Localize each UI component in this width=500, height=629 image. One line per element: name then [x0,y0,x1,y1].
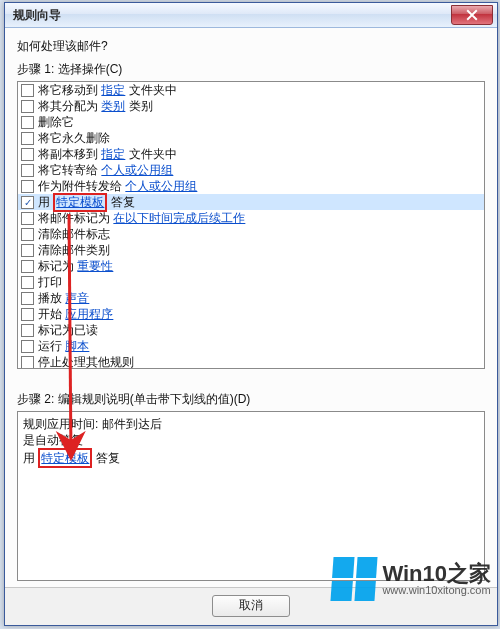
action-row-8[interactable]: 将邮件标记为 在以下时间完成后续工作 [18,210,484,226]
action-row-text: 用 特定模板 答复 [38,193,135,212]
checkbox-icon[interactable] [21,84,34,97]
checkbox-icon[interactable] [21,212,34,225]
action-link[interactable]: 应用程序 [65,307,113,321]
close-button[interactable] [451,5,493,25]
action-row-text: 开始 应用程序 [38,307,113,322]
action-row-text: 将它永久删除 [38,131,110,146]
checkbox-icon[interactable] [21,164,34,177]
desc-line-1: 规则应用时间: 邮件到达后 [23,416,479,432]
checkbox-icon[interactable] [21,100,34,113]
checkbox-icon[interactable] [21,132,34,145]
prompt-text: 如何处理该邮件? [17,38,485,55]
action-row-text: 标记为 重要性 [38,259,113,274]
step2-label: 步骤 2: 编辑规则说明(单击带下划线的值)(D) [17,391,485,408]
action-link[interactable]: 个人或公用组 [125,179,197,193]
step1-label: 步骤 1: 选择操作(C) [17,61,485,78]
action-row-17[interactable]: 停止处理其他规则 [18,354,484,369]
template-link[interactable]: 特定模板 [41,451,89,465]
action-row-12[interactable]: 打印 [18,274,484,290]
dialog-body: 如何处理该邮件? 步骤 1: 选择操作(C) 将它移动到 指定 文件夹中将其分配… [5,28,497,587]
desc-line-3: 用 特定模板 答复 [23,448,479,468]
desc-line-3-pre: 用 [23,451,38,465]
desc-line-3-post: 答复 [92,451,119,465]
action-row-text: 作为附件转发给 个人或公用组 [38,179,197,194]
action-link[interactable]: 脚本 [65,339,89,353]
titlebar[interactable]: 规则向导 [5,3,497,28]
checkbox-icon[interactable] [21,116,34,129]
cancel-button[interactable]: 取消 [212,595,290,617]
action-row-10[interactable]: 清除邮件类别 [18,242,484,258]
checkbox-icon[interactable] [21,244,34,257]
window-title: 规则向导 [13,7,61,24]
action-link[interactable]: 个人或公用组 [101,163,173,177]
action-row-2[interactable]: 删除它 [18,114,484,130]
action-row-13[interactable]: 播放 声音 [18,290,484,306]
watermark-url: www.win10xitong.com [382,585,491,597]
checkbox-icon[interactable] [21,308,34,321]
action-link[interactable]: 指定 [101,83,125,97]
action-row-text: 清除邮件标志 [38,227,110,242]
actions-listbox[interactable]: 将它移动到 指定 文件夹中将其分配为 类别 类别删除它将它永久删除将副本移到 指… [17,81,485,369]
action-row-1[interactable]: 将其分配为 类别 类别 [18,98,484,114]
checkbox-icon[interactable] [21,356,34,369]
checkbox-icon[interactable]: ✓ [21,196,34,209]
desc-line-2: 是自动答复 [23,432,479,448]
action-row-0[interactable]: 将它移动到 指定 文件夹中 [18,82,484,98]
action-link[interactable]: 重要性 [77,259,113,273]
action-row-5[interactable]: 将它转寄给 个人或公用组 [18,162,484,178]
action-row-text: 停止处理其他规则 [38,355,134,370]
action-row-9[interactable]: 清除邮件标志 [18,226,484,242]
action-row-text: 标记为已读 [38,323,98,338]
checkbox-icon[interactable] [21,324,34,337]
checkbox-icon[interactable] [21,260,34,273]
action-row-text: 打印 [38,275,62,290]
action-link[interactable]: 声音 [65,291,89,305]
rules-wizard-window: 规则向导 如何处理该邮件? 步骤 1: 选择操作(C) 将它移动到 指定 文件夹… [4,2,498,626]
action-row-text: 删除它 [38,115,74,130]
action-row-text: 播放 声音 [38,291,89,306]
action-row-16[interactable]: 运行 脚本 [18,338,484,354]
action-row-text: 将它转寄给 个人或公用组 [38,163,173,178]
checkbox-icon[interactable] [21,228,34,241]
windows-logo-icon [331,557,378,601]
action-row-text: 将邮件标记为 在以下时间完成后续工作 [38,211,245,226]
checkbox-icon[interactable] [21,148,34,161]
action-row-14[interactable]: 开始 应用程序 [18,306,484,322]
action-row-11[interactable]: 标记为 重要性 [18,258,484,274]
action-row-text: 运行 脚本 [38,339,89,354]
action-link[interactable]: 类别 [101,99,125,113]
action-row-text: 将副本移到 指定 文件夹中 [38,147,177,162]
watermark: Win10之家 www.win10xitong.com [332,557,491,601]
action-row-text: 清除邮件类别 [38,243,110,258]
action-link[interactable]: 在以下时间完成后续工作 [113,211,245,225]
checkbox-icon[interactable] [21,292,34,305]
watermark-title: Win10之家 [382,562,491,585]
checkbox-icon[interactable] [21,276,34,289]
checkbox-icon[interactable] [21,180,34,193]
action-row-15[interactable]: 标记为已读 [18,322,484,338]
action-link[interactable]: 指定 [101,147,125,161]
action-row-text: 将其分配为 类别 类别 [38,99,153,114]
rule-description-box[interactable]: 规则应用时间: 邮件到达后 是自动答复 用 特定模板 答复 [17,411,485,581]
action-row-4[interactable]: 将副本移到 指定 文件夹中 [18,146,484,162]
checkbox-icon[interactable] [21,340,34,353]
action-row-text: 将它移动到 指定 文件夹中 [38,83,177,98]
close-icon [466,9,478,21]
action-row-7[interactable]: ✓用 特定模板 答复 [18,194,484,210]
action-row-3[interactable]: 将它永久删除 [18,130,484,146]
action-link[interactable]: 特定模板 [56,195,104,209]
